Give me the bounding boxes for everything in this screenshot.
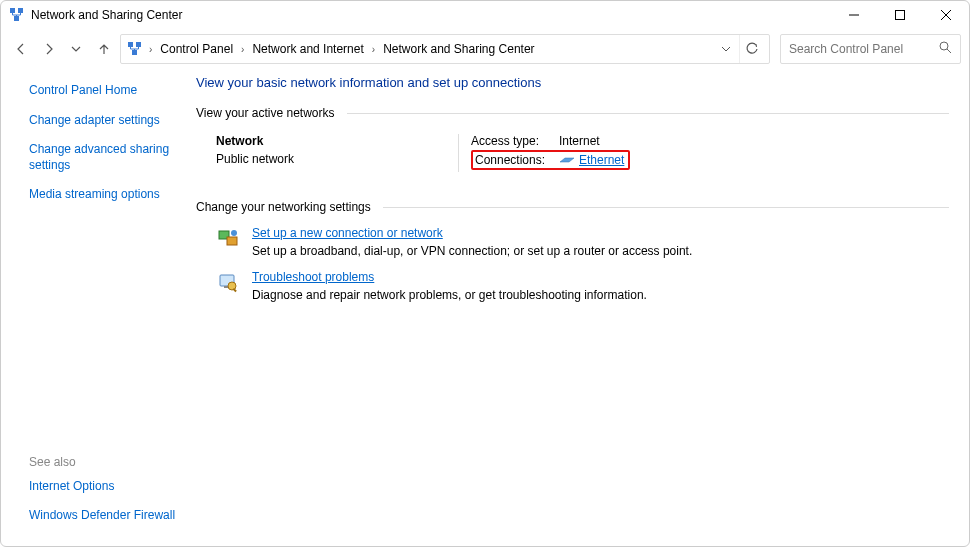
navigation-row: › Control Panel › Network and Internet ›… — [1, 29, 969, 69]
vertical-divider — [458, 134, 459, 172]
close-button[interactable] — [923, 1, 969, 29]
highlight-box: Connections: Ethernet — [471, 150, 630, 170]
search-icon[interactable] — [939, 41, 952, 57]
svg-rect-7 — [128, 42, 133, 47]
svg-point-10 — [940, 42, 948, 50]
access-label: Access type: — [471, 134, 559, 148]
svg-rect-1 — [18, 8, 23, 13]
window-title: Network and Sharing Center — [31, 8, 182, 22]
sidebar: Control Panel Home Change adapter settin… — [1, 69, 196, 546]
address-bar[interactable]: › Control Panel › Network and Internet ›… — [120, 34, 770, 64]
crumb-sep-icon[interactable]: › — [370, 44, 377, 55]
content: View your basic network information and … — [196, 69, 969, 546]
network-center-icon — [9, 7, 25, 23]
see-also-internet-options[interactable]: Internet Options — [29, 479, 186, 495]
svg-point-14 — [231, 230, 237, 236]
svg-rect-4 — [896, 11, 905, 20]
task-troubleshoot-link[interactable]: Troubleshoot problems — [252, 270, 647, 284]
svg-rect-9 — [132, 50, 137, 55]
divider — [383, 207, 949, 208]
back-button[interactable] — [9, 35, 33, 63]
see-also-firewall[interactable]: Windows Defender Firewall — [29, 508, 186, 524]
window-buttons — [831, 1, 969, 29]
page-heading: View your basic network information and … — [196, 75, 949, 90]
minimize-button[interactable] — [831, 1, 877, 29]
up-button[interactable] — [92, 35, 116, 63]
network-info: Network Public network Access type: Inte… — [216, 134, 949, 172]
task-troubleshoot: Troubleshoot problems Diagnose and repai… — [216, 270, 949, 302]
connections-label: Connections: — [475, 153, 559, 167]
svg-line-11 — [947, 49, 951, 53]
search-box[interactable] — [780, 34, 961, 64]
breadcrumb-leaf[interactable]: Network and Sharing Center — [381, 40, 536, 58]
sidebar-advanced-link[interactable]: Change advanced sharing settings — [29, 142, 186, 173]
network-type: Public network — [216, 152, 446, 166]
task-text: Set up a new connection or network Set u… — [252, 226, 692, 258]
breadcrumb-root[interactable]: Control Panel — [158, 40, 235, 58]
section-label: Change your networking settings — [196, 200, 371, 214]
search-input[interactable] — [789, 42, 939, 56]
task-setup-desc: Set up a broadband, dial-up, or VPN conn… — [252, 244, 692, 258]
sidebar-adapter-link[interactable]: Change adapter settings — [29, 113, 186, 129]
svg-point-17 — [228, 282, 236, 290]
troubleshoot-icon — [216, 270, 240, 294]
task-setup-connection: Set up a new connection or network Set u… — [216, 226, 949, 258]
network-center-icon — [127, 41, 143, 57]
divider — [347, 113, 949, 114]
section-change-settings: Change your networking settings — [196, 200, 949, 214]
section-label: View your active networks — [196, 106, 335, 120]
see-also-header: See also — [29, 455, 186, 469]
svg-rect-0 — [10, 8, 15, 13]
ethernet-icon — [559, 154, 575, 166]
network-left: Network Public network — [216, 134, 456, 172]
network-name: Network — [216, 134, 446, 148]
setup-icon — [216, 226, 240, 250]
svg-rect-2 — [14, 16, 19, 21]
section-active-networks: View your active networks — [196, 106, 949, 120]
refresh-button[interactable] — [739, 35, 763, 63]
recent-dropdown[interactable] — [65, 35, 89, 63]
breadcrumb-mid[interactable]: Network and Internet — [250, 40, 365, 58]
connections-row: Connections: Ethernet — [471, 150, 630, 170]
sidebar-media-link[interactable]: Media streaming options — [29, 187, 186, 203]
maximize-button[interactable] — [877, 1, 923, 29]
network-right: Access type: Internet Connections: Ether… — [461, 134, 630, 172]
crumb-sep-icon[interactable]: › — [147, 44, 154, 55]
svg-rect-8 — [136, 42, 141, 47]
sidebar-home-link[interactable]: Control Panel Home — [29, 83, 186, 99]
forward-button[interactable] — [37, 35, 61, 63]
titlebar: Network and Sharing Center — [1, 1, 969, 29]
ethernet-link[interactable]: Ethernet — [579, 153, 624, 167]
task-text: Troubleshoot problems Diagnose and repai… — [252, 270, 647, 302]
svg-rect-13 — [227, 237, 237, 245]
crumb-sep-icon[interactable]: › — [239, 44, 246, 55]
access-row: Access type: Internet — [471, 134, 630, 148]
see-also-block: See also Internet Options Windows Defend… — [29, 455, 186, 538]
task-troubleshoot-desc: Diagnose and repair network problems, or… — [252, 288, 647, 302]
main-area: Control Panel Home Change adapter settin… — [1, 69, 969, 546]
task-setup-link[interactable]: Set up a new connection or network — [252, 226, 692, 240]
access-value: Internet — [559, 134, 600, 148]
address-dropdown[interactable] — [717, 44, 735, 54]
